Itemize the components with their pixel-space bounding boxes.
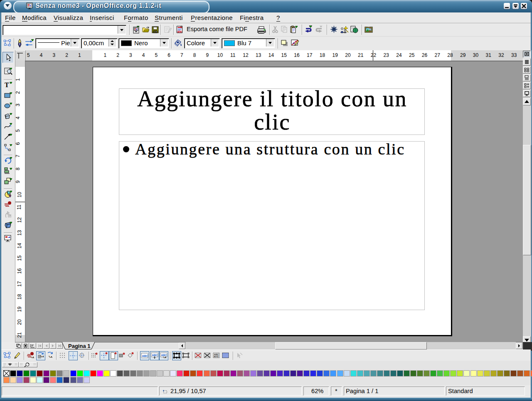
svg-text:NYS: NYS bbox=[214, 355, 219, 358]
svg-text:ABC: ABC bbox=[152, 354, 158, 357]
svg-text:T: T bbox=[5, 81, 9, 88]
svg-text:P D F: P D F bbox=[177, 31, 182, 33]
svg-text:ABC: ABC bbox=[161, 354, 167, 357]
svg-text:ABC: ABC bbox=[142, 355, 148, 357]
